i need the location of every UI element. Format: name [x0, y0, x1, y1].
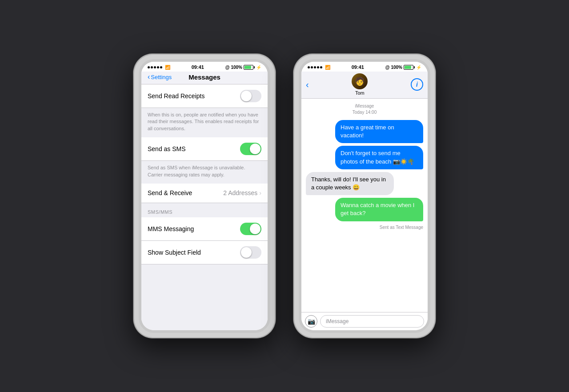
read-receipts-description: When this is on, people are notified whe… [141, 108, 268, 137]
section-read-receipts: Send Read Receipts [141, 84, 268, 108]
read-receipts-toggle[interactable] [240, 90, 261, 102]
contact-header[interactable]: 🧑 Tom [352, 73, 368, 96]
send-receive-chevron-icon: › [259, 189, 261, 196]
toggle-thumb-subject [241, 247, 252, 258]
send-receive-label: Send & Receive [148, 189, 192, 196]
timestamp-line2: Today 14:00 [306, 109, 423, 116]
message-received-1: Thanks, will do! I'll see you in a coupl… [306, 172, 394, 195]
info-button[interactable]: i [411, 78, 423, 91]
settings-screen: 📶 09:41 @ 100% ⚡ [141, 62, 268, 330]
back-chevron-icon: ‹ [148, 73, 150, 80]
section-mms: MMS Messaging Show Subject Field [141, 217, 268, 264]
section-send-receive: Send & Receive 2 Addresses › [141, 184, 268, 203]
avatar: 🧑 [352, 73, 368, 89]
iphone-imessage: 📶 09:41 @ 100% ⚡ [293, 54, 436, 338]
send-receive-value: 2 Addresses › [223, 189, 261, 196]
battery-icon-1 [244, 65, 255, 70]
signal-icon [148, 66, 162, 68]
message-input-bar: 📷 iMessage [301, 312, 428, 330]
show-subject-row[interactable]: Show Subject Field [141, 241, 268, 264]
back-to-settings[interactable]: ‹ Settings [148, 73, 172, 80]
at-sign-1: @ [225, 65, 230, 70]
read-receipts-row[interactable]: Send Read Receipts [141, 84, 268, 108]
mms-messaging-label: MMS Messaging [148, 225, 194, 232]
wifi-icon-2: 📶 [325, 65, 330, 70]
send-receive-addresses: 2 Addresses [223, 189, 257, 196]
charge-icon-1: ⚡ [256, 65, 261, 70]
toggle-thumb [241, 91, 252, 101]
toggle-thumb-sms [250, 144, 260, 154]
message-text-3: Thanks, will do! I'll see you in a coupl… [311, 176, 386, 191]
sent-as-label: Sent as Text Message [306, 225, 423, 230]
status-right-1: @ 100% ⚡ [225, 65, 261, 70]
status-time-1: 09:41 [192, 64, 204, 70]
charge-icon-2: ⚡ [416, 65, 421, 70]
sms-mms-header: SMS/MMS [141, 203, 268, 217]
camera-button[interactable]: 📷 [305, 315, 317, 328]
page-title: Messages [188, 73, 220, 81]
toggle-thumb-mms [250, 224, 260, 234]
timestamp-line1: iMessage [306, 103, 423, 109]
status-time-2: 09:41 [352, 64, 364, 70]
wifi-icon: 📶 [165, 65, 170, 70]
message-text-2: Don't forget to send me photos of the be… [341, 150, 414, 164]
battery-pct-1: 100% [231, 65, 242, 70]
read-receipts-label: Send Read Receipts [148, 92, 204, 100]
message-sent-1: Have a great time on vacation! [335, 120, 423, 143]
avatar-image: 🧑 [352, 73, 368, 89]
status-left-2: 📶 [308, 65, 330, 70]
imessage-screen: 📶 09:41 @ 100% ⚡ [301, 62, 428, 330]
contact-name: Tom [355, 90, 365, 96]
show-subject-label: Show Subject Field [148, 249, 201, 256]
send-receive-row[interactable]: Send & Receive 2 Addresses › [141, 184, 268, 203]
status-bar-1: 📶 09:41 @ 100% ⚡ [141, 62, 268, 72]
mms-messaging-row[interactable]: MMS Messaging [141, 217, 268, 241]
message-sent-2: Don't forget to send me photos of the be… [335, 146, 423, 169]
iphone-settings: 📶 09:41 @ 100% ⚡ [133, 54, 276, 338]
message-input[interactable]: iMessage [320, 315, 424, 328]
mms-messaging-toggle[interactable] [240, 223, 261, 235]
back-button-imessage[interactable]: ‹ [306, 80, 309, 89]
message-sent-sms: Wanna catch a movie when I get back? [335, 198, 423, 221]
send-as-sms-description: Send as SMS when iMessage is unavailable… [141, 161, 268, 184]
send-as-sms-label: Send as SMS [148, 145, 186, 152]
settings-content: Send Read Receipts When this is on, peop… [141, 84, 268, 330]
section-send-sms: Send as SMS [141, 137, 268, 161]
send-as-sms-toggle[interactable] [240, 143, 261, 155]
at-sign-2: @ [385, 65, 390, 70]
send-as-sms-row[interactable]: Send as SMS [141, 137, 268, 161]
status-left-1: 📶 [148, 65, 170, 70]
status-bar-2: 📶 09:41 @ 100% ⚡ [301, 62, 428, 72]
status-right-2: @ 100% ⚡ [385, 65, 421, 70]
signal-icon-2 [308, 66, 322, 68]
message-text-4: Wanna catch a movie when I get back? [341, 202, 414, 216]
back-label: Settings [151, 74, 172, 80]
message-text-1: Have a great time on vacation! [341, 124, 394, 139]
battery-pct-2: 100% [391, 65, 402, 70]
show-subject-toggle[interactable] [240, 246, 261, 259]
imessage-nav-bar: ‹ 🧑 Tom i [301, 72, 428, 99]
message-timestamp: iMessage Today 14:00 [306, 103, 423, 116]
settings-nav-bar: ‹ Settings Messages [141, 72, 268, 84]
messages-area: iMessage Today 14:00 Have a great time o… [301, 99, 428, 312]
battery-icon-2 [404, 65, 415, 70]
